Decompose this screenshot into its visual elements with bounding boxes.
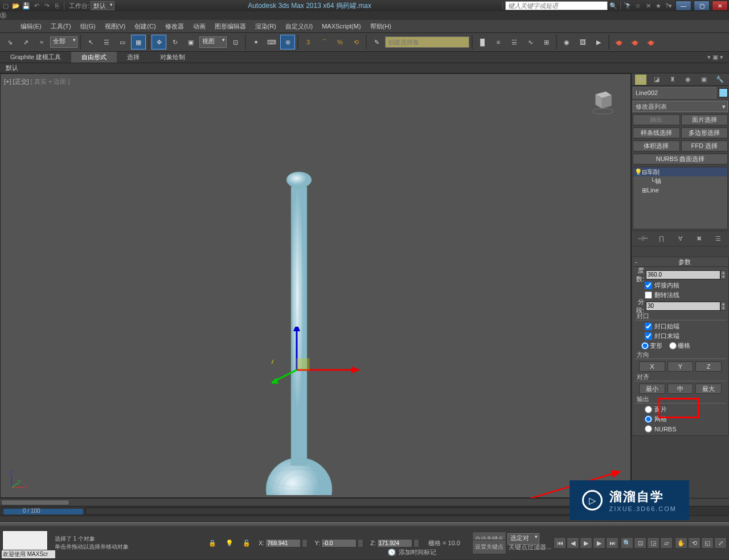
spinner-snap-icon[interactable]: ⟲ — [349, 35, 363, 50]
named-selection-input[interactable] — [385, 36, 469, 48]
snap-3d-icon[interactable]: 3 — [301, 35, 316, 50]
search-input[interactable] — [505, 1, 608, 10]
nav-zoomall-icon[interactable]: ⊡ — [634, 537, 646, 549]
object-color-swatch[interactable] — [719, 88, 728, 97]
coord-sys-dropdown[interactable]: 视图 — [199, 36, 227, 48]
modify-tab-icon[interactable]: ◪ — [651, 75, 662, 85]
align-mid-button[interactable]: 中 — [667, 384, 694, 394]
cap-start-checkbox[interactable] — [645, 323, 652, 330]
menu-customize[interactable]: 自定义(U) — [281, 20, 317, 32]
goto-start-icon[interactable]: ⏮ — [554, 537, 566, 549]
dir-y-button[interactable]: Y — [667, 361, 694, 372]
menu-help[interactable]: 帮助(H) — [366, 20, 396, 32]
volume-select-button[interactable]: 体积选择 — [633, 141, 680, 151]
align-icon[interactable]: ≡ — [491, 35, 506, 50]
select-scale-icon[interactable]: ▣ — [183, 35, 198, 50]
mirror-icon[interactable]: ▐▌ — [475, 35, 490, 50]
select-region-rect-icon[interactable]: ▭ — [115, 35, 130, 50]
time-slider[interactable] — [3, 509, 83, 514]
play-icon[interactable]: ▶ — [580, 537, 592, 549]
keyboard-shortcut-icon[interactable]: ⌨ — [264, 35, 279, 50]
dir-z-button[interactable]: Z — [695, 361, 722, 372]
time-ruler[interactable] — [85, 508, 644, 514]
ribbon-tab-select[interactable]: 选择 — [117, 52, 150, 63]
editor-icon[interactable]: ✎ — [369, 35, 384, 50]
layer-mgr-icon[interactable]: ☱ — [507, 35, 522, 50]
ribbon-tab-freeform[interactable]: 自由形式 — [71, 52, 117, 63]
manipulate-icon[interactable]: ✦ — [248, 35, 263, 50]
undo-icon[interactable]: ↶ — [32, 1, 41, 10]
key-bar[interactable] — [0, 522, 729, 526]
nav-fov-icon[interactable]: ▱ — [660, 537, 673, 549]
binoculars-icon[interactable]: 🔭 — [623, 1, 632, 10]
stack-item-axis[interactable]: └ 轴 — [633, 176, 727, 186]
nav-zoomext-icon[interactable]: ◲ — [647, 537, 660, 549]
ribbon-default-label[interactable]: 默认 — [6, 64, 18, 72]
snap-toggle-icon[interactable]: ⊕ — [280, 35, 295, 50]
nav-zoom-icon[interactable]: 🔍 — [621, 537, 633, 549]
pin-stack-icon[interactable]: ⊣⊢ — [637, 233, 649, 244]
ffd-select-button[interactable]: FFD 选择 — [681, 141, 728, 151]
window-crossing-icon[interactable]: ▦ — [131, 35, 146, 50]
lock-selection-icon[interactable]: 🔒 — [205, 536, 220, 550]
nav-maxtoggle-icon[interactable]: ◱ — [701, 537, 714, 549]
link-tool-icon[interactable]: ⇘ — [2, 35, 17, 50]
show-end-icon[interactable]: ∏ — [656, 233, 668, 244]
select-cursor-icon[interactable]: ↖ — [83, 35, 98, 50]
cap-grid-radio[interactable]: 栅格 — [669, 341, 690, 350]
segments-input[interactable] — [646, 302, 720, 311]
schematic-icon[interactable]: ⊞ — [539, 35, 554, 50]
help2-icon[interactable]: ?▾ — [664, 1, 673, 10]
minimize-button[interactable]: — — [675, 1, 691, 11]
save-icon[interactable]: 💾 — [22, 1, 31, 10]
menu-tools[interactable]: 工具(T) — [46, 20, 76, 32]
menu-create[interactable]: 创建(C) — [130, 20, 160, 32]
motion-tab-icon[interactable]: ◉ — [682, 75, 694, 85]
unlink-tool-icon[interactable]: ⇗ — [18, 35, 33, 50]
render-setup-icon[interactable]: 🖼 — [575, 35, 590, 50]
cap-end-checkbox[interactable] — [645, 332, 652, 340]
setkey-button[interactable]: 设置关键点 — [472, 540, 506, 554]
maxscript-listener[interactable]: 欢迎使用 MAXScr — [1, 550, 56, 559]
help-icon[interactable]: ✕ — [644, 1, 653, 10]
search-icon[interactable]: 🔍 — [609, 1, 618, 10]
angle-snap-icon[interactable]: ⌒ — [317, 35, 331, 50]
spline-select-button[interactable]: 样条线选择 — [633, 127, 680, 138]
maximize-button[interactable]: ▢ — [694, 1, 710, 11]
hierarchy-tab-icon[interactable]: ♜ — [667, 75, 678, 85]
stack-item-lathe[interactable]: 💡⊟车削 — [633, 167, 727, 176]
isolate-selection-icon[interactable]: 💡 — [222, 536, 237, 550]
out-nurbs-radio[interactable] — [645, 425, 652, 433]
exchange-icon[interactable]: ☆ — [633, 1, 642, 10]
percent-snap-icon[interactable]: % — [333, 35, 347, 50]
out-mesh-radio[interactable] — [645, 415, 652, 423]
align-max-button[interactable]: 最大 — [695, 384, 722, 394]
align-min-button[interactable]: 最小 — [639, 384, 665, 394]
modifier-stack[interactable]: 💡⊟车削 └ 轴 ⊞Line — [633, 167, 728, 229]
object-name-field[interactable]: Line002 — [633, 87, 716, 98]
close-button[interactable]: ✕ — [712, 1, 728, 11]
remove-mod-icon[interactable]: ✖ — [693, 233, 706, 244]
create-tab-icon[interactable]: ✳ — [635, 75, 646, 85]
dir-x-button[interactable]: X — [639, 361, 665, 372]
next-frame-icon[interactable]: ▶ — [593, 537, 605, 549]
redo-icon[interactable]: ↷ — [42, 1, 51, 10]
out-patch-radio[interactable] — [645, 406, 652, 413]
viewport[interactable]: [+] [正交] [ 真实 + 边面 ] — [0, 73, 631, 498]
patch-select-button[interactable]: 面片选择 — [681, 114, 728, 125]
add-time-tag-label[interactable]: 添加时间标记 — [399, 548, 436, 557]
ribbon-expand-icon[interactable]: ▾ ▣ ▾ — [707, 53, 729, 61]
menu-rendering[interactable]: 渲染(R) — [251, 20, 281, 32]
selection-filter-dropdown[interactable]: 全部 — [50, 36, 77, 48]
weld-core-checkbox[interactable] — [645, 282, 652, 289]
app-logo-icon[interactable]: ⓢ — [0, 11, 729, 20]
render-prod-icon[interactable]: 🫖 — [612, 35, 626, 50]
stack-item-line[interactable]: ⊞Line — [633, 186, 727, 195]
utilities-tab-icon[interactable]: 🔧 — [714, 75, 726, 85]
new-icon[interactable]: ▢ — [1, 1, 10, 10]
bind-spacewarp-icon[interactable]: ≈ — [34, 35, 49, 50]
render-active-icon[interactable]: 🫖 — [644, 35, 658, 50]
material-editor-icon[interactable]: ◉ — [559, 35, 574, 50]
time-tag-icon[interactable]: 🕓 — [387, 549, 396, 557]
pivot-center-icon[interactable]: ⊡ — [228, 35, 243, 50]
